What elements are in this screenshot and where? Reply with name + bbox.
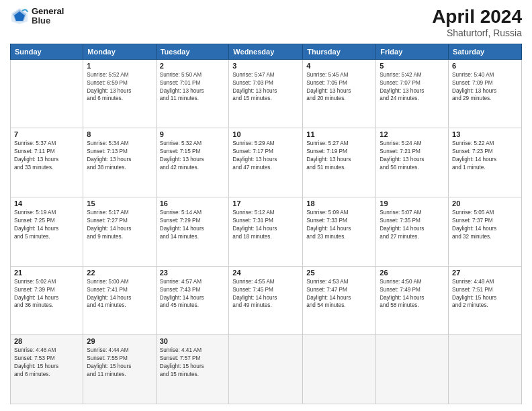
day-info: Sunrise: 5:12 AMSunset: 7:31 PMDaylight:… — [232, 209, 299, 241]
calendar-cell: 6Sunrise: 5:40 AMSunset: 7:09 PMDaylight… — [449, 59, 522, 128]
day-info: Sunrise: 5:17 AMSunset: 7:27 PMDaylight:… — [87, 209, 152, 241]
calendar-header-row: SundayMondayTuesdayWednesdayThursdayFrid… — [11, 44, 522, 59]
day-info: Sunrise: 5:42 AMSunset: 7:07 PMDaylight:… — [380, 71, 445, 103]
day-number: 12 — [380, 130, 445, 138]
day-info: Sunrise: 5:45 AMSunset: 7:05 PMDaylight:… — [306, 71, 372, 103]
calendar-cell: 12Sunrise: 5:24 AMSunset: 7:21 PMDayligh… — [376, 128, 449, 197]
day-number: 5 — [380, 62, 445, 70]
logo: General Blue — [10, 7, 64, 26]
col-header-saturday: Saturday — [449, 44, 522, 59]
calendar-cell: 13Sunrise: 5:22 AMSunset: 7:23 PMDayligh… — [449, 128, 522, 197]
day-info: Sunrise: 5:22 AMSunset: 7:23 PMDaylight:… — [452, 140, 518, 172]
header: General Blue April 2024 Shaturtorf, Russ… — [10, 7, 522, 38]
day-number: 18 — [306, 199, 372, 208]
calendar-cell — [449, 335, 522, 404]
calendar-cell: 3Sunrise: 5:47 AMSunset: 7:03 PMDaylight… — [229, 59, 303, 128]
calendar-cell: 16Sunrise: 5:14 AMSunset: 7:29 PMDayligh… — [156, 197, 229, 267]
calendar-cell: 4Sunrise: 5:45 AMSunset: 7:05 PMDaylight… — [303, 59, 376, 128]
calendar-cell: 5Sunrise: 5:42 AMSunset: 7:07 PMDaylight… — [376, 59, 449, 128]
page: General Blue April 2024 Shaturtorf, Russ… — [0, 0, 532, 411]
calendar-cell: 11Sunrise: 5:27 AMSunset: 7:19 PMDayligh… — [303, 128, 376, 197]
calendar-cell — [11, 59, 83, 128]
day-number: 16 — [160, 199, 226, 208]
calendar-cell: 19Sunrise: 5:07 AMSunset: 7:35 PMDayligh… — [376, 197, 449, 267]
calendar-cell: 20Sunrise: 5:05 AMSunset: 7:37 PMDayligh… — [449, 197, 522, 267]
day-info: Sunrise: 5:00 AMSunset: 7:41 PMDaylight:… — [87, 278, 152, 310]
location: Shaturtorf, Russia — [432, 28, 522, 38]
day-number: 23 — [160, 269, 226, 277]
day-number: 15 — [87, 199, 152, 208]
month-year: April 2024 — [432, 7, 522, 28]
day-info: Sunrise: 5:05 AMSunset: 7:37 PMDaylight:… — [452, 209, 518, 241]
calendar-cell: 18Sunrise: 5:09 AMSunset: 7:33 PMDayligh… — [303, 197, 376, 267]
calendar-cell: 25Sunrise: 4:53 AMSunset: 7:47 PMDayligh… — [303, 266, 376, 335]
day-info: Sunrise: 5:24 AMSunset: 7:21 PMDaylight:… — [380, 140, 445, 172]
day-info: Sunrise: 5:32 AMSunset: 7:15 PMDaylight:… — [160, 140, 226, 172]
calendar-cell — [303, 335, 376, 404]
day-info: Sunrise: 5:29 AMSunset: 7:17 PMDaylight:… — [232, 140, 299, 172]
day-number: 2 — [160, 62, 226, 70]
day-number: 27 — [452, 269, 518, 277]
calendar-cell: 14Sunrise: 5:19 AMSunset: 7:25 PMDayligh… — [11, 197, 83, 267]
logo-text: General Blue — [32, 7, 64, 26]
day-number: 22 — [87, 269, 152, 277]
day-info: Sunrise: 5:47 AMSunset: 7:03 PMDaylight:… — [232, 71, 299, 103]
col-header-friday: Friday — [376, 44, 449, 59]
calendar-cell: 7Sunrise: 5:37 AMSunset: 7:11 PMDaylight… — [11, 128, 83, 197]
calendar-cell: 8Sunrise: 5:34 AMSunset: 7:13 PMDaylight… — [83, 128, 156, 197]
day-number: 1 — [87, 62, 152, 70]
day-info: Sunrise: 5:50 AMSunset: 7:01 PMDaylight:… — [160, 71, 226, 103]
col-header-sunday: Sunday — [11, 44, 83, 59]
day-number: 7 — [14, 130, 79, 138]
calendar-cell: 29Sunrise: 4:44 AMSunset: 7:55 PMDayligh… — [83, 335, 156, 404]
day-info: Sunrise: 4:57 AMSunset: 7:43 PMDaylight:… — [160, 278, 226, 310]
day-number: 24 — [232, 269, 299, 277]
calendar-cell: 23Sunrise: 4:57 AMSunset: 7:43 PMDayligh… — [156, 266, 229, 335]
calendar-cell — [229, 335, 303, 404]
day-number: 28 — [14, 337, 79, 345]
day-info: Sunrise: 5:52 AMSunset: 6:59 PMDaylight:… — [87, 71, 152, 103]
week-row-2: 7Sunrise: 5:37 AMSunset: 7:11 PMDaylight… — [11, 128, 522, 197]
col-header-tuesday: Tuesday — [156, 44, 229, 59]
day-number: 30 — [160, 337, 226, 345]
calendar-cell: 2Sunrise: 5:50 AMSunset: 7:01 PMDaylight… — [156, 59, 229, 128]
col-header-thursday: Thursday — [303, 44, 376, 59]
calendar-cell: 22Sunrise: 5:00 AMSunset: 7:41 PMDayligh… — [83, 266, 156, 335]
day-info: Sunrise: 4:50 AMSunset: 7:49 PMDaylight:… — [380, 278, 445, 310]
day-number: 20 — [452, 199, 518, 208]
logo-icon — [10, 7, 29, 26]
day-info: Sunrise: 5:37 AMSunset: 7:11 PMDaylight:… — [14, 140, 79, 172]
day-number: 13 — [452, 130, 518, 138]
day-number: 6 — [452, 62, 518, 70]
day-number: 9 — [160, 130, 226, 138]
day-number: 10 — [232, 130, 299, 138]
day-info: Sunrise: 5:40 AMSunset: 7:09 PMDaylight:… — [452, 71, 518, 103]
calendar-cell: 27Sunrise: 4:48 AMSunset: 7:51 PMDayligh… — [449, 266, 522, 335]
day-number: 11 — [306, 130, 372, 138]
day-number: 4 — [306, 62, 372, 70]
calendar-cell: 1Sunrise: 5:52 AMSunset: 6:59 PMDaylight… — [83, 59, 156, 128]
title-block: April 2024 Shaturtorf, Russia — [432, 7, 522, 38]
logo-line1: General — [32, 7, 64, 16]
day-number: 29 — [87, 337, 152, 345]
day-info: Sunrise: 5:09 AMSunset: 7:33 PMDaylight:… — [306, 209, 372, 241]
calendar-cell: 30Sunrise: 4:41 AMSunset: 7:57 PMDayligh… — [156, 335, 229, 404]
day-info: Sunrise: 4:55 AMSunset: 7:45 PMDaylight:… — [232, 278, 299, 310]
logo-line2: Blue — [32, 16, 64, 26]
day-number: 26 — [380, 269, 445, 277]
calendar-table: SundayMondayTuesdayWednesdayThursdayFrid… — [10, 44, 522, 404]
day-number: 25 — [306, 269, 372, 277]
calendar-cell: 28Sunrise: 4:46 AMSunset: 7:53 PMDayligh… — [11, 335, 83, 404]
day-info: Sunrise: 4:44 AMSunset: 7:55 PMDaylight:… — [87, 347, 152, 379]
day-info: Sunrise: 5:27 AMSunset: 7:19 PMDaylight:… — [306, 140, 372, 172]
col-header-monday: Monday — [83, 44, 156, 59]
day-number: 17 — [232, 199, 299, 208]
calendar-cell: 21Sunrise: 5:02 AMSunset: 7:39 PMDayligh… — [11, 266, 83, 335]
day-number: 3 — [232, 62, 299, 70]
day-number: 14 — [14, 199, 79, 208]
week-row-3: 14Sunrise: 5:19 AMSunset: 7:25 PMDayligh… — [11, 197, 522, 267]
week-row-4: 21Sunrise: 5:02 AMSunset: 7:39 PMDayligh… — [11, 266, 522, 335]
calendar-cell: 26Sunrise: 4:50 AMSunset: 7:49 PMDayligh… — [376, 266, 449, 335]
calendar-cell: 15Sunrise: 5:17 AMSunset: 7:27 PMDayligh… — [83, 197, 156, 267]
day-info: Sunrise: 4:41 AMSunset: 7:57 PMDaylight:… — [160, 347, 226, 379]
